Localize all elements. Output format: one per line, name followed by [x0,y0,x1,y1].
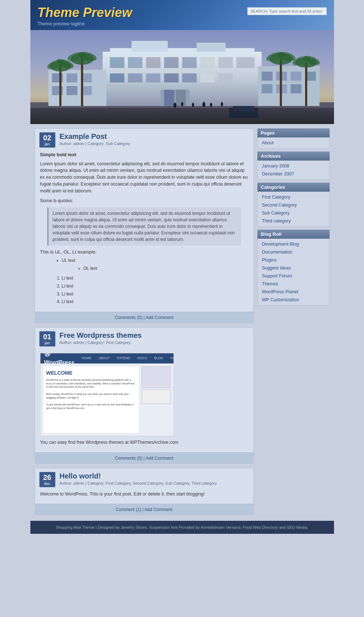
post-2-add-comment-link[interactable]: Add Comment [146,456,174,461]
blogroll-docs[interactable]: Documentation [258,248,329,256]
svg-rect-12 [200,57,215,68]
wp-nav-about: ABOUT [99,356,110,361]
category-first[interactable]: First Category [258,193,329,201]
post-3-title-area: Hello world! Author: admin | Category: F… [60,472,217,485]
site-tagline: Theme preview tagline [38,21,327,26]
svg-rect-44 [81,59,83,106]
svg-rect-37 [262,84,273,93]
list-item: Li text [62,282,248,290]
post-1-ul-label: This is UL, OL, LI example: [40,248,248,256]
site-header: Theme Preview Theme preview tagline [30,0,334,30]
content-column: 02 Jan Example Post Author: admin | Cate… [35,128,254,515]
post-1-header: 02 Jan Example Post Author: admin | Cate… [35,129,253,150]
svg-rect-39 [291,84,301,93]
archives-item-jan[interactable]: January 2008 [258,162,329,170]
post-1-comments-link[interactable]: Comments (0) [115,315,142,320]
wp-nav-extend: EXTEND [117,356,130,361]
svg-point-65 [221,102,223,106]
search-box[interactable] [247,7,327,15]
category-second[interactable]: Second Category [258,201,329,209]
svg-rect-8 [128,57,142,68]
blogroll-suggest[interactable]: Suggest Ideas [258,264,329,272]
svg-rect-48 [280,59,282,106]
post-2-comments-link[interactable]: Comments (0) [115,456,142,461]
main-content: 02 Jan Example Post Author: admin | Cate… [30,124,334,519]
post-1-bquote-label: Some b-quotes: [40,197,248,204]
post-3-footer: Comment (1) | Add Comment [35,504,253,515]
archives-item-dec[interactable]: December 2007 [258,170,329,178]
footer-text: Shopping Mall Theme | Designed by Jewelr… [56,525,308,529]
list-item: UL text [62,257,248,265]
blogroll-support[interactable]: Support Forum [258,272,329,280]
svg-point-62 [192,103,194,107]
post-2-title: Free Wordpress themes [60,331,142,340]
svg-rect-19 [182,73,197,82]
svg-rect-18 [164,73,179,82]
blogroll-plugins[interactable]: Plugins [258,256,329,264]
post-3-add-comment-link[interactable]: Add Comment [145,507,172,512]
svg-point-61 [181,102,183,106]
wp-main: WELCOME WordPress is a state-of-the-art … [43,366,139,433]
wp-nav-docs: DOCS [137,356,147,361]
pages-widget-body: About [257,137,330,149]
svg-rect-1 [30,106,334,124]
list-item: OL text [83,265,248,273]
post-2-date: 01 Jan [39,331,55,346]
category-sub[interactable]: Sub Category [258,209,329,217]
blogroll-widget-body: Development Blog Documentation Plugins S… [257,239,330,306]
post-3-header: 26 dec Hello world! Author: admin | Cate… [35,468,253,489]
blogroll-wpplanet[interactable]: WordPress Planet [258,288,329,296]
post-1-meta: Author: admin | Category: Sub Category [60,141,130,146]
post-1-p1: Lorem ipsum dolor sit amet, consectetur … [40,161,248,195]
blogroll-dev[interactable]: Development Blog [258,240,329,248]
post-1-bold: Simple bold text [40,151,248,158]
svg-rect-40 [59,66,61,106]
post-2-month: Jan [42,341,52,345]
svg-rect-21 [218,73,233,82]
post-3-comments-link[interactable]: Comment (1) [116,507,141,512]
post-1-ol: Li text Li text Li text Li text [62,275,248,306]
post-1-ul: UL text OL text [62,257,248,272]
wp-description: WordPress is a state-of-the-art semantic… [46,378,136,410]
post-1-body: Simple bold text Lorem ipsum dolor sit a… [35,150,253,312]
post-2-footer: Comments (0) | Add Comment [35,452,253,463]
list-item: Li text [62,298,248,306]
svg-point-60 [174,103,176,108]
post-1-footer: Comments (0) | Add Comment [35,312,253,323]
pages-widget: Pages About [257,128,330,152]
post-1: 02 Jan Example Post Author: admin | Cate… [35,128,254,323]
post-2-meta: Author: admin | Category: First Category [60,340,142,345]
wp-welcome-text: WELCOME [46,369,136,377]
svg-rect-58 [231,109,235,112]
search-input[interactable] [247,7,327,15]
svg-rect-35 [291,72,301,81]
categories-widget-body: First Category Second Category Sub Categ… [257,192,330,227]
svg-rect-59 [253,109,256,112]
post-1-title-area: Example Post Author: admin | Category: S… [60,132,130,146]
svg-rect-7 [110,57,124,68]
svg-rect-13 [218,57,233,68]
post-2-day: 01 [42,333,52,341]
pages-item-about[interactable]: About [258,139,329,147]
blogroll-themes[interactable]: Themes [258,280,329,288]
wp-nav-forums: FORUMS [170,356,174,361]
post-1-add-comment-link[interactable]: Add Comment [146,315,174,320]
svg-rect-9 [146,57,160,68]
post-1-day: 02 [42,134,52,142]
wordpress-screenshot: Ⓦ WordPress HOME ABOUT EXTEND DOCS BLOG … [40,353,174,436]
post-2-body-text: You can easy find free Wordpress themes … [40,439,248,446]
post-2-header: 01 Jan Free Wordpress themes Author: adm… [35,328,253,349]
post-3-title: Hello world! [60,472,217,480]
blogroll-wpcustomization[interactable]: WP Customization [258,296,329,304]
svg-rect-52 [305,63,307,106]
post-1-month: Jan [42,142,52,146]
post-2: 01 Jan Free Wordpress themes Author: adm… [35,327,254,464]
sidebar: Pages About Archives January 2008 Decemb… [257,128,330,515]
list-item: Li text [62,275,248,282]
svg-rect-11 [182,57,197,68]
post-3-day: 26 [42,473,52,481]
svg-rect-30 [67,86,77,95]
svg-rect-16 [128,73,142,82]
category-third[interactable]: Third category [258,217,329,225]
hero-svg [30,30,334,124]
